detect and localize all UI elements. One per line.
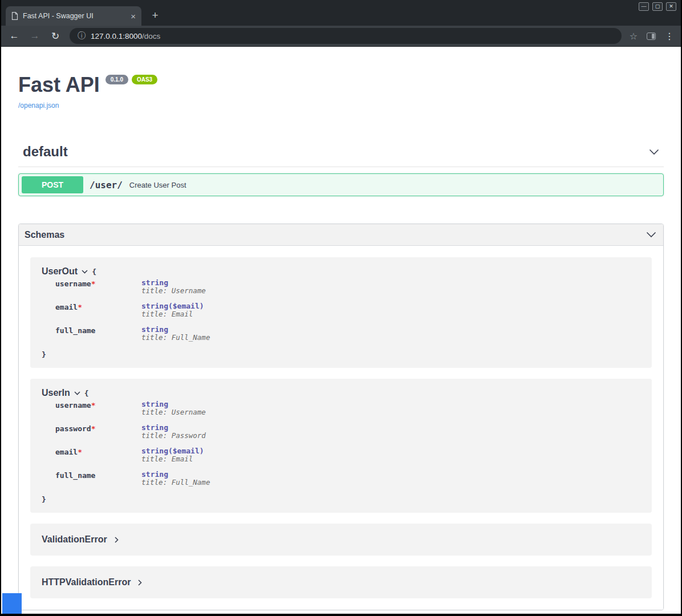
- property-type-line: string($email): [141, 447, 204, 455]
- schema-property: password* string title: Password: [55, 424, 640, 447]
- required-star: *: [91, 424, 96, 433]
- property-type: string: [141, 423, 168, 432]
- schema-property: full_name string title: Full_Name: [55, 471, 640, 494]
- brace-close: }: [42, 350, 640, 359]
- tab-swagger-ui[interactable]: Fast API - Swagger UI ×: [6, 6, 141, 26]
- tab-title: Fast API - Swagger UI: [23, 12, 126, 20]
- property-type-line: string: [141, 326, 210, 334]
- property-name: username*: [55, 279, 141, 302]
- property-type: string: [141, 278, 168, 287]
- chevron-down-icon[interactable]: [82, 270, 88, 274]
- maximize-button[interactable]: ▢: [652, 2, 663, 11]
- chevron-down-icon[interactable]: [649, 149, 659, 155]
- schemas-section: Schemas UserOut { username* st: [18, 224, 664, 610]
- model-httpvalidationerror-toggle[interactable]: HTTPValidationError: [42, 577, 640, 587]
- address-bar[interactable]: ⓘ 127.0.0.1:8000/docs: [70, 28, 622, 44]
- opblock-post-user[interactable]: POST /user/ Create User Post: [18, 173, 664, 196]
- model-properties: username* string title: Username email* …: [55, 279, 640, 349]
- required-star: *: [78, 448, 82, 456]
- close-button[interactable]: ✕: [666, 2, 676, 11]
- brace-open: {: [92, 268, 96, 276]
- desktop-peek: [2, 593, 22, 614]
- model-properties: username* string title: Username passwor…: [55, 400, 640, 494]
- tab-strip: Fast API - Swagger UI × + — ▢ ✕: [1, 0, 681, 26]
- property-name-text: username: [55, 401, 91, 410]
- property-desc: string title: Password: [141, 424, 206, 447]
- property-name: username*: [55, 400, 141, 424]
- property-title: title: Email: [141, 455, 204, 471]
- url-host: 127.0.0.1:8000: [91, 32, 142, 40]
- property-name-text: email: [55, 303, 78, 311]
- property-name: full_name: [55, 471, 141, 494]
- required-star: *: [78, 303, 82, 311]
- toolbar-right: ☆ ⋮: [630, 31, 674, 42]
- schema-property: email* string($email) title: Email: [55, 447, 640, 471]
- chevron-down-icon[interactable]: [646, 232, 656, 238]
- model-userin-toggle[interactable]: UserIn {: [42, 388, 640, 398]
- browser-toolbar: ← → ↻ ⓘ 127.0.0.1:8000/docs ☆ ⋮: [1, 26, 681, 47]
- minimize-button[interactable]: —: [639, 2, 649, 11]
- schema-property: email* string($email) title: Email: [55, 302, 640, 326]
- model-validationerror-toggle[interactable]: ValidationError: [42, 534, 640, 545]
- tag-name: default: [23, 144, 68, 160]
- schemas-header[interactable]: Schemas: [19, 224, 663, 246]
- property-format: ($email): [168, 302, 204, 310]
- chevron-right-icon[interactable]: [138, 579, 142, 586]
- model-userout-toggle[interactable]: UserOut {: [42, 266, 640, 277]
- property-name: full_name: [55, 326, 141, 349]
- chevron-right-icon[interactable]: [115, 537, 119, 543]
- site-info-icon[interactable]: ⓘ: [78, 31, 86, 41]
- back-icon[interactable]: ←: [8, 30, 21, 42]
- window-controls: — ▢ ✕: [639, 2, 676, 11]
- property-type-line: string: [141, 279, 206, 287]
- model-name: HTTPValidationError: [42, 577, 131, 587]
- schemas-heading: Schemas: [25, 230, 64, 240]
- browser-panel-icon[interactable]: [647, 33, 656, 40]
- browser-window: Fast API - Swagger UI × + — ▢ ✕ ← → ↻ ⓘ …: [0, 0, 682, 616]
- schema-property: username* string title: Username: [55, 279, 640, 302]
- property-name-text: password: [55, 424, 91, 433]
- property-format: ($email): [168, 447, 204, 455]
- property-title: title: Username: [141, 287, 206, 302]
- api-info: Fast API0.1.0OAS3 /openapi.json: [18, 73, 664, 110]
- property-title: title: Username: [141, 408, 206, 424]
- model-validationerror: ValidationError: [30, 524, 652, 556]
- bookmark-star-icon[interactable]: ☆: [630, 31, 638, 42]
- brace-open: {: [84, 389, 89, 398]
- property-type: string: [141, 325, 168, 334]
- operation-summary: Create User Post: [129, 181, 186, 189]
- browser-menu-icon[interactable]: ⋮: [665, 31, 674, 42]
- new-tab-button[interactable]: +: [148, 9, 162, 22]
- reload-icon[interactable]: ↻: [49, 30, 62, 42]
- property-type-line: string($email): [141, 302, 204, 310]
- page-favicon-icon: [11, 12, 18, 20]
- forward-icon[interactable]: →: [29, 30, 41, 42]
- openapi-spec-link[interactable]: /openapi.json: [18, 102, 664, 110]
- property-desc: string($email) title: Email: [141, 302, 204, 326]
- model-name: UserIn: [42, 388, 70, 398]
- swagger-page: Fast API0.1.0OAS3 /openapi.json default …: [1, 47, 681, 616]
- api-title: Fast API: [18, 73, 100, 96]
- property-type: string: [141, 447, 168, 455]
- tab-close-icon[interactable]: ×: [131, 12, 136, 21]
- property-type-line: string: [141, 400, 206, 408]
- property-name: password*: [55, 424, 141, 447]
- property-type: string: [141, 470, 168, 479]
- property-name: email*: [55, 302, 141, 326]
- property-desc: string title: Full_Name: [141, 326, 210, 349]
- tag-section-default[interactable]: default: [18, 139, 664, 167]
- schema-property: username* string title: Username: [55, 400, 640, 424]
- property-desc: string title: Username: [141, 400, 206, 424]
- property-title: title: Full_Name: [141, 334, 210, 349]
- model-name: ValidationError: [42, 534, 107, 545]
- version-badge: 0.1.0: [105, 75, 128, 84]
- schema-property: full_name string title: Full_Name: [55, 326, 640, 349]
- property-title: title: Full_Name: [141, 479, 210, 494]
- method-badge: POST: [22, 176, 83, 193]
- property-name-text: email: [55, 448, 78, 456]
- property-type-line: string: [141, 471, 210, 479]
- chevron-down-icon[interactable]: [74, 391, 80, 395]
- model-httpvalidationerror: HTTPValidationError: [30, 566, 652, 598]
- property-title: title: Password: [141, 432, 206, 447]
- api-badges: 0.1.0OAS3: [105, 75, 157, 84]
